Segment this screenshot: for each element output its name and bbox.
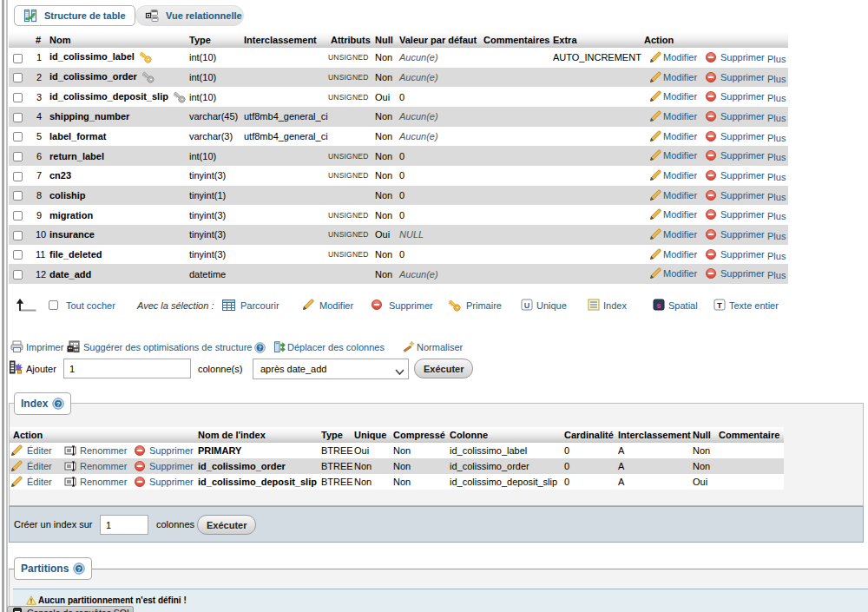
svg-text:s: s <box>656 301 661 310</box>
svg-text:?: ? <box>56 400 61 408</box>
svg-text:?: ? <box>258 345 261 351</box>
svg-text:?: ? <box>77 565 82 573</box>
svg-text:U: U <box>524 301 530 310</box>
svg-text:T: T <box>717 300 722 310</box>
